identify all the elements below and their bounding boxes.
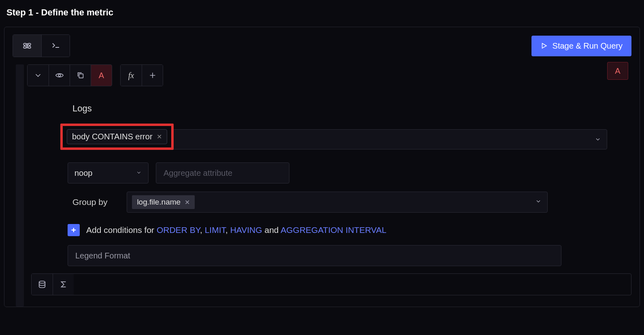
series-toolbar: A fx A bbox=[24, 64, 631, 94]
series-a-button[interactable]: A bbox=[91, 65, 112, 86]
copy-icon bbox=[76, 71, 85, 80]
add-conditions-button[interactable]: + bbox=[68, 224, 80, 236]
aggregate-row: noop bbox=[68, 162, 631, 184]
sigma-icon bbox=[59, 280, 68, 289]
chevron-down-icon bbox=[535, 198, 542, 206]
close-icon[interactable]: ✕ bbox=[157, 133, 162, 141]
groupby-chip-text: log.file.name bbox=[137, 198, 181, 207]
database-button[interactable] bbox=[32, 274, 53, 295]
svg-point-5 bbox=[39, 281, 45, 284]
code-mode-button[interactable] bbox=[41, 35, 70, 57]
atom-icon bbox=[22, 41, 32, 51]
stage-run-button[interactable]: Stage & Run Query bbox=[531, 36, 631, 56]
bottom-tools bbox=[31, 273, 631, 295]
mode-toggle-group bbox=[13, 34, 70, 57]
plus-icon bbox=[148, 71, 157, 80]
formula-button[interactable]: fx bbox=[121, 65, 142, 86]
legend-format-input[interactable] bbox=[68, 251, 561, 260]
close-icon[interactable]: ✕ bbox=[185, 198, 190, 206]
eye-icon bbox=[55, 71, 64, 80]
builder-mode-button[interactable] bbox=[13, 35, 41, 57]
aggregate-function-value: noop bbox=[74, 169, 93, 178]
source-label: Logs bbox=[24, 94, 631, 121]
series-indicator-badge[interactable]: A bbox=[607, 62, 628, 80]
duplicate-button[interactable] bbox=[70, 65, 91, 86]
groupby-field[interactable]: log.file.name ✕ bbox=[127, 192, 548, 213]
content-area: A fx A Logs bbox=[24, 64, 631, 307]
fx-icon: fx bbox=[128, 71, 134, 80]
sigma-button[interactable] bbox=[53, 274, 74, 295]
orderby-link[interactable]: ORDER BY bbox=[157, 225, 200, 235]
chevron-down-icon bbox=[595, 136, 601, 144]
stage-run-label: Stage & Run Query bbox=[553, 41, 623, 51]
having-link[interactable]: HAVING bbox=[230, 225, 262, 235]
filter-chip[interactable]: body CONTAINS error ✕ bbox=[67, 129, 167, 144]
groupby-chip[interactable]: log.file.name ✕ bbox=[132, 195, 195, 209]
aggregate-attribute-input[interactable] bbox=[156, 162, 289, 184]
filter-chip-text: body CONTAINS error bbox=[72, 132, 153, 141]
svg-point-2 bbox=[27, 45, 28, 47]
svg-point-3 bbox=[58, 74, 61, 77]
panel-top-bar: Stage & Run Query bbox=[4, 27, 640, 64]
legend-format-field[interactable] bbox=[68, 245, 561, 266]
metric-panel: Stage & Run Query A bbox=[4, 27, 640, 307]
highlighted-filter: body CONTAINS error ✕ bbox=[60, 124, 174, 150]
conditions-row: + Add conditions for ORDER BY, LIMIT, HA… bbox=[68, 224, 631, 236]
terminal-icon bbox=[51, 41, 61, 51]
visibility-button[interactable] bbox=[49, 65, 70, 86]
chevron-down-icon bbox=[136, 170, 142, 177]
database-icon bbox=[38, 280, 47, 289]
svg-rect-4 bbox=[79, 74, 83, 78]
and-text: and bbox=[264, 225, 278, 235]
limit-link[interactable]: LIMIT bbox=[205, 225, 225, 235]
left-rail bbox=[16, 64, 24, 307]
groupby-row: Group by log.file.name ✕ bbox=[72, 192, 631, 213]
panel-body: A fx A Logs bbox=[4, 64, 640, 307]
aggregation-interval-link[interactable]: AGGREGATION INTERVAL bbox=[281, 225, 386, 235]
filter-row-wrap: body CONTAINS error ✕ bbox=[24, 124, 631, 155]
conditions-prefix: Add conditions for bbox=[86, 225, 154, 235]
add-series-button[interactable] bbox=[142, 65, 163, 86]
conditions-text: Add conditions for ORDER BY, LIMIT, HAVI… bbox=[86, 225, 387, 235]
collapse-button[interactable] bbox=[28, 65, 49, 86]
groupby-label: Group by bbox=[72, 197, 107, 207]
chevron-down-icon bbox=[34, 71, 43, 80]
page-title: Step 1 - Define the metric bbox=[0, 0, 644, 27]
play-icon bbox=[540, 42, 548, 49]
aggregate-function-select[interactable]: noop bbox=[68, 162, 149, 184]
